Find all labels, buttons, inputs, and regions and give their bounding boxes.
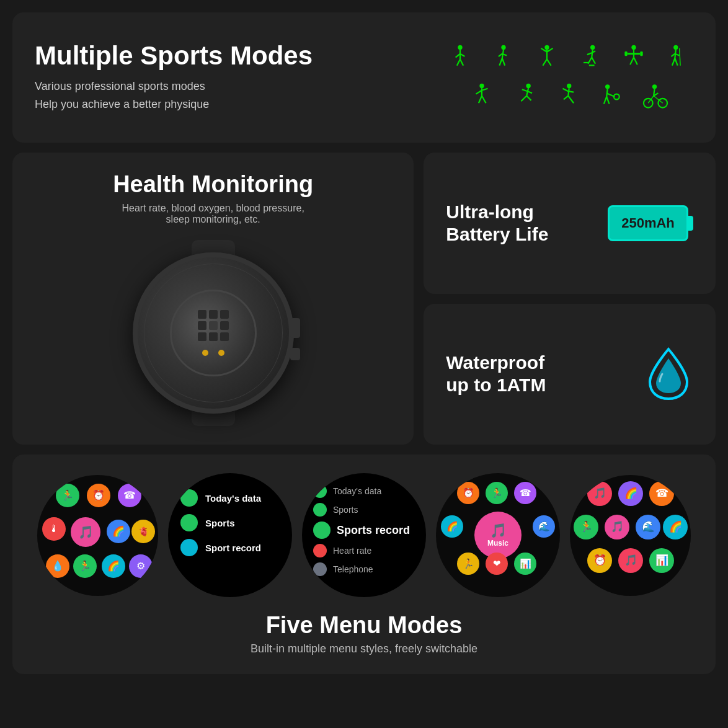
battery-body: 250mAh <box>608 205 688 241</box>
svg-point-46 <box>526 84 530 88</box>
section-sports: Multiple Sports Modes Various profession… <box>12 12 716 143</box>
svg-rect-24 <box>584 62 589 63</box>
watch-screen-2: Today's data Sports Sport record <box>168 473 292 597</box>
menu-sm-sports-record: Sports record <box>308 519 420 541</box>
svg-line-11 <box>502 58 505 66</box>
watch-screen-5: 🎵 🌈 ☎ 🏃 🎵 🌊 🌈 ⏰ 🎵 📊 <box>570 475 691 596</box>
watch-screen-4: ⏰ 🏃 ☎ 🌈 🎵 Music 🌊 🏃 ❤ 📊 <box>436 473 560 597</box>
section-middle: Health Monitoring Heart rate, blood oxyg… <box>12 153 716 445</box>
svg-line-50 <box>521 96 526 102</box>
menu-sm-sports: Sports <box>308 500 420 519</box>
health-title: Health Monitoring <box>35 171 391 198</box>
svg-point-18 <box>590 45 595 50</box>
menu-item-today: Today's data <box>174 486 286 510</box>
menu-title: Five Menu Modes <box>35 612 693 639</box>
svg-line-48 <box>522 89 528 91</box>
menu-sm-today: Today's data <box>308 482 420 500</box>
sports-icons-row-2 <box>466 81 672 113</box>
yoga-icon <box>531 42 563 74</box>
svg-line-32 <box>634 58 637 65</box>
svg-point-66 <box>658 99 667 108</box>
section-waterproof: Waterproof up to 1ATM <box>424 304 716 445</box>
svg-point-58 <box>605 84 610 89</box>
battery-capacity: 250mAh <box>621 215 675 231</box>
svg-point-40 <box>479 84 484 88</box>
sports-subtitle: Various professional sports modes Help y… <box>35 78 313 113</box>
running-icon <box>444 42 476 74</box>
svg-line-35 <box>671 54 675 56</box>
sports-icons-row-1 <box>444 42 693 74</box>
svg-line-38 <box>675 58 677 66</box>
menu-watches: 🏃 ⏰ ☎ 🌡 🎵 🌈 🫀 <box>35 473 693 597</box>
svg-line-42 <box>476 91 482 94</box>
svg-rect-29 <box>624 51 627 56</box>
svg-line-55 <box>568 91 574 92</box>
walking-icon <box>487 42 520 74</box>
svg-line-44 <box>479 96 482 104</box>
svg-line-56 <box>564 96 568 100</box>
watch-screen-3: Today's data Sports Sports record Heart … <box>302 473 426 597</box>
svg-line-23 <box>592 58 595 64</box>
svg-point-64 <box>652 84 657 89</box>
right-panels: Ultra-long Battery Life 250mAh Waterproo… <box>424 153 716 445</box>
svg-line-37 <box>672 58 675 66</box>
svg-line-4 <box>457 59 460 65</box>
svg-line-39 <box>680 48 680 66</box>
stair-icon <box>574 42 606 74</box>
svg-line-20 <box>587 53 592 55</box>
section-battery: Ultra-long Battery Life 250mAh <box>424 153 716 294</box>
page-wrapper: Multiple Sports Modes Various profession… <box>0 0 728 686</box>
sports-icons <box>444 42 693 113</box>
menu-subtitle: Built-in multiple menu styles, freely sw… <box>35 642 693 655</box>
svg-line-63 <box>606 97 609 104</box>
svg-rect-25 <box>589 64 595 66</box>
section-menus: 🏃 ⏰ ☎ 🌡 🎵 🌈 🫀 <box>12 455 716 674</box>
svg-line-19 <box>592 50 592 57</box>
sports-title: Multiple Sports Modes <box>35 42 313 70</box>
hiking-icon <box>661 42 693 74</box>
svg-line-31 <box>630 58 634 65</box>
svg-point-6 <box>501 45 505 50</box>
menu-sm-telephone: Telephone <box>308 560 420 579</box>
svg-line-5 <box>460 59 463 65</box>
svg-line-51 <box>526 96 531 100</box>
sprinting-icon <box>509 81 541 113</box>
battery-title: Ultra-long Battery Life <box>446 201 548 246</box>
svg-line-8 <box>499 54 502 56</box>
menu-item-sport-record: Sport record <box>174 535 286 560</box>
cycling-icon <box>639 81 672 113</box>
svg-line-49 <box>528 91 532 93</box>
svg-point-12 <box>544 45 549 50</box>
ballet-icon <box>466 81 498 113</box>
section-health: Health Monitoring Heart rate, blood oxyg… <box>12 153 414 445</box>
svg-line-16 <box>543 59 547 65</box>
svg-line-10 <box>499 58 502 66</box>
svg-line-62 <box>604 97 606 104</box>
svg-line-43 <box>482 89 488 91</box>
svg-rect-30 <box>640 51 642 56</box>
svg-point-0 <box>458 45 462 50</box>
battery-icon: 250mAh <box>608 205 693 241</box>
svg-line-54 <box>562 89 568 91</box>
svg-line-57 <box>568 96 574 104</box>
waterproof-title: Waterproof up to 1ATM <box>446 352 546 396</box>
svg-point-65 <box>644 99 653 108</box>
svg-point-52 <box>567 84 571 88</box>
stretching-icon <box>596 81 628 113</box>
watch-screen-1: 🏃 ⏰ ☎ 🌡 🎵 🌈 🫀 <box>37 475 158 596</box>
svg-line-17 <box>547 59 551 65</box>
menu-item-sports: Sports <box>174 510 286 535</box>
svg-point-33 <box>673 45 678 50</box>
svg-line-45 <box>482 96 486 104</box>
svg-point-26 <box>631 45 636 50</box>
sports-text: Multiple Sports Modes Various profession… <box>35 42 313 113</box>
martialarts-icon <box>553 81 585 113</box>
menu-sm-heart-rate: Heart rate <box>308 541 420 560</box>
health-description: Heart rate, blood oxygen, blood pressure… <box>114 203 313 225</box>
weightlifting-icon <box>618 42 650 74</box>
water-drop-icon <box>644 346 693 402</box>
